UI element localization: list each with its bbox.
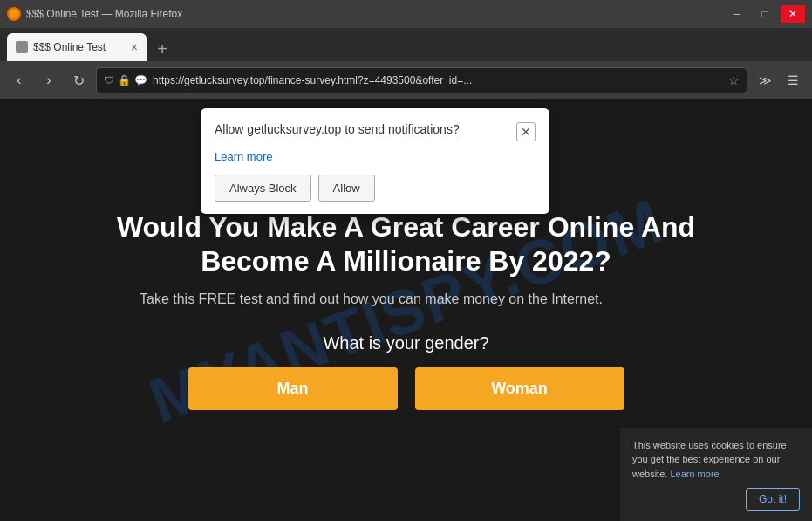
reload-button[interactable]: ↻: [66, 68, 91, 93]
notification-icon: 💬: [134, 74, 147, 86]
headline: Would You Make A Great Career Online And…: [110, 210, 703, 278]
man-button[interactable]: Man: [188, 367, 398, 410]
title-bar-left: $$$ Online Test — Mozilla Firefox: [7, 7, 182, 21]
minimize-button[interactable]: ─: [725, 5, 749, 23]
nav-bar: ‹ › ↻ 🛡 🔒 💬 https://getlucksurvey.top/fi…: [0, 61, 812, 99]
url-bar[interactable]: 🛡 🔒 💬 https://getlucksurvey.top/finance-…: [96, 67, 747, 93]
gender-buttons: Man Woman: [110, 367, 703, 410]
notification-popup: Allow getlucksurvey.top to send notifica…: [201, 108, 549, 214]
gender-question: What is your gender?: [110, 333, 703, 353]
tab-bar: $$$ Online Test × +: [0, 28, 812, 61]
cookie-text: This website uses cookies to ensure you …: [632, 438, 800, 482]
url-security-icons: 🛡 🔒 💬: [104, 74, 147, 86]
maximize-button[interactable]: □: [753, 5, 777, 23]
active-tab[interactable]: $$$ Online Test ×: [7, 33, 147, 61]
title-bar: $$$ Online Test — Mozilla Firefox ─ □ ✕: [0, 0, 812, 28]
back-button[interactable]: ‹: [7, 68, 31, 93]
tab-title: $$$ Online Test: [33, 41, 126, 53]
new-tab-button[interactable]: +: [150, 37, 174, 61]
popup-title: Allow getlucksurvey.top to send notifica…: [215, 122, 516, 136]
cookie-notice: This website uses cookies to ensure you …: [620, 428, 812, 522]
tab-favicon: [16, 41, 28, 53]
popup-close-button[interactable]: ✕: [516, 122, 536, 141]
lock-icon: 🔒: [118, 74, 131, 86]
woman-button[interactable]: Woman: [415, 367, 624, 410]
popup-action-buttons: Always Block Allow: [215, 175, 536, 202]
tab-close-button[interactable]: ×: [131, 41, 138, 53]
subtext: Take this FREE test and find out how you…: [110, 291, 633, 307]
window-title: $$$ Online Test — Mozilla Firefox: [26, 8, 182, 20]
url-text: https://getlucksurvey.top/finance-survey…: [153, 74, 720, 86]
always-block-button[interactable]: Always Block: [215, 175, 311, 202]
popup-header: Allow getlucksurvey.top to send notifica…: [215, 122, 536, 141]
menu-button[interactable]: ☰: [781, 68, 805, 93]
close-button[interactable]: ✕: [781, 5, 805, 23]
page-content: MYANTISPY.COM Would You Make A Great Car…: [0, 99, 812, 521]
bookmark-icon[interactable]: ☆: [728, 73, 740, 87]
popup-learn-more-link[interactable]: Learn more: [215, 150, 272, 163]
shield-icon: 🛡: [104, 74, 114, 86]
page-inner: Would You Make A Great Career Online And…: [92, 193, 720, 428]
window-controls: ─ □ ✕: [725, 5, 805, 23]
allow-button[interactable]: Allow: [318, 175, 375, 202]
cookie-learn-more-link[interactable]: Learn more: [670, 469, 719, 479]
extensions-button[interactable]: ≫: [753, 68, 777, 93]
firefox-icon: [7, 7, 21, 21]
cookie-got-it-button[interactable]: Got it!: [746, 488, 800, 511]
nav-extras: ≫ ☰: [753, 68, 805, 93]
forward-button[interactable]: ›: [37, 68, 61, 93]
